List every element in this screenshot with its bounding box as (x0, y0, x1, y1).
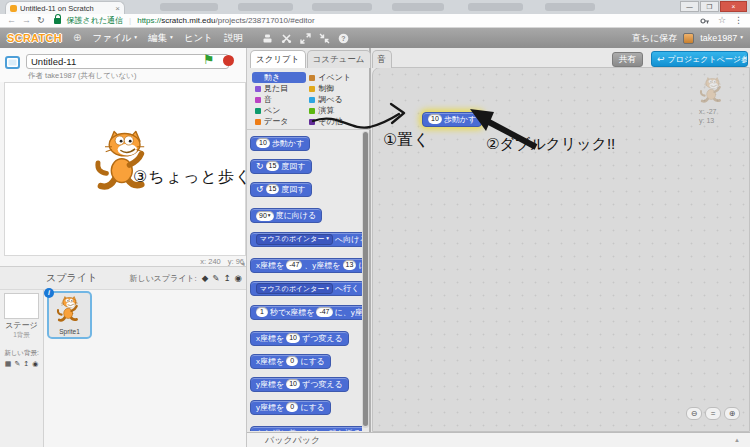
menubar-item-3[interactable]: 説明 (224, 32, 243, 45)
category-label: ペン (264, 105, 280, 116)
backpack-bar[interactable]: バックパック ▲ (247, 432, 750, 447)
stage[interactable]: ③ちょっと歩く (4, 82, 246, 256)
block-number-input[interactable]: 0 (286, 402, 298, 412)
tab-1[interactable]: コスチューム (307, 50, 371, 68)
see-project-page-button[interactable]: ↩ プロジェクトページ参照 (651, 51, 748, 67)
category-6[interactable]: 制御 (306, 83, 369, 94)
tab-2[interactable]: 音 (372, 50, 393, 68)
block-placed-move-steps[interactable]: 10歩動かす (422, 112, 482, 127)
backpack-toggle-icon[interactable]: ▲ (734, 437, 740, 443)
sprite-info-icon[interactable]: i (44, 288, 54, 298)
reload-icon[interactable]: ↻ (37, 16, 45, 25)
block-change-y-by[interactable]: y座標を10ずつ変える (250, 377, 349, 392)
block-number-input[interactable]: 1 (256, 307, 268, 317)
block-turn-left[interactable]: ↺15度回す (250, 182, 312, 197)
zoom-reset-button[interactable]: = (705, 407, 721, 420)
save-now-button[interactable]: 直ちに保存 (632, 32, 677, 45)
block-number-input[interactable]: 10 (286, 333, 300, 343)
stage-thumbnail[interactable] (4, 293, 39, 319)
category-7[interactable]: 調べる (306, 94, 369, 105)
category-1[interactable]: 見た目 (252, 83, 306, 94)
block-number-input[interactable]: 10 (256, 138, 270, 148)
tab-0[interactable]: スクリプト (250, 50, 306, 68)
block-number-input[interactable]: 15 (266, 184, 280, 194)
block-number-input[interactable]: 13 (343, 260, 357, 270)
block-number-input[interactable]: -47 (316, 307, 332, 317)
block-point-in-direction[interactable]: 90▾度に向ける (250, 208, 322, 223)
stop-button-icon[interactable] (223, 55, 234, 66)
category-4[interactable]: データ (252, 116, 306, 127)
delete-scissors-icon[interactable] (281, 33, 292, 44)
block-turn-right[interactable]: ↻15度回す (250, 159, 312, 174)
block-number-input[interactable]: 15 (266, 161, 280, 171)
sprite-thumbnail-sprite1[interactable]: i Sprite1 (47, 291, 92, 339)
category-3[interactable]: ペン (252, 105, 306, 116)
address-input[interactable]: https://scratch.mit.edu/projects/2387170… (137, 16, 314, 25)
project-title-input[interactable] (26, 54, 229, 69)
grow-icon[interactable] (300, 33, 311, 44)
palette-scrollbar-thumb[interactable] (363, 132, 368, 426)
back-icon[interactable]: ← (7, 16, 16, 25)
shrink-icon[interactable] (319, 33, 330, 44)
upload-sprite-icon[interactable]: ↥ (223, 273, 230, 283)
block-text: 歩動かす (272, 138, 304, 149)
browser-menu-icon[interactable]: ⋮ (734, 16, 743, 25)
block-dropdown[interactable]: マウスのポインター▾ (256, 283, 333, 294)
paint-new-sprite-icon[interactable]: ✎ (212, 273, 219, 283)
user-avatar[interactable] (683, 33, 694, 44)
window-maximize-button[interactable]: ❐ (700, 1, 719, 12)
block-glide-to-xy[interactable]: 1秒でx座標を-47に、y座標を13にする (250, 305, 362, 320)
category-5[interactable]: イベント (306, 72, 369, 83)
green-flag-icon[interactable]: ⚑ (203, 53, 215, 66)
scripts-area[interactable]: x: -27 y: 13 10歩動かす ①置く ②ダブルクリック!! ⊖=⊕ (372, 67, 750, 432)
scratch-logo[interactable]: SCRATCH (7, 32, 62, 44)
block-if-on-edge-bounce[interactable]: もし端に着いたら、跳ね返る (250, 426, 362, 432)
scratch-cat-sprite[interactable] (91, 130, 161, 200)
tab-close-icon[interactable]: × (115, 4, 120, 13)
block-go-to-xy[interactable]: x座標を-47、y座標を13にする (250, 258, 362, 273)
menubar-item-2[interactable]: ヒント (184, 32, 213, 45)
block-number-input[interactable]: 10 (428, 114, 442, 124)
block-move-steps[interactable]: 10歩動かす (250, 136, 310, 151)
camera-backdrop-icon[interactable]: ◉ (32, 360, 38, 368)
block-text: 歩動かす (444, 114, 476, 125)
category-8[interactable]: 演算 (306, 105, 369, 116)
upload-backdrop-icon[interactable]: ↥ (23, 360, 29, 368)
category-9[interactable]: その他 (306, 116, 369, 127)
bookmark-star-icon[interactable]: ☆ (718, 16, 726, 25)
sprites-header: スプライト 新しいスプライト: ◆✎↥◉ (0, 266, 246, 290)
block-number-input[interactable]: 10 (286, 379, 300, 389)
background-window-artifact (238, 3, 293, 11)
backdrop-library-icon[interactable]: ▦ (5, 360, 12, 368)
camera-sprite-icon[interactable]: ◉ (235, 273, 242, 283)
paint-backdrop-icon[interactable]: ✎ (14, 360, 20, 368)
window-minimize-button[interactable]: — (680, 1, 699, 12)
block-help-icon[interactable]: ? (338, 33, 349, 44)
block-set-x-to[interactable]: x座標を0にする (250, 354, 331, 369)
account-menu[interactable]: take1987 ▾ (700, 33, 743, 43)
duplicate-stamp-icon[interactable] (262, 33, 273, 44)
menubar-item-0[interactable]: ファイル▾ (92, 32, 137, 45)
block-point-towards[interactable]: マウスのポインター▾へ向ける (250, 232, 362, 247)
block-number-input[interactable]: 90▾ (256, 211, 274, 221)
block-change-x-by[interactable]: x座標を10ずつ変える (250, 331, 349, 346)
forward-icon[interactable]: → (22, 16, 31, 25)
password-key-icon[interactable] (700, 16, 710, 26)
zoom-out-button[interactable]: ⊖ (686, 407, 702, 420)
block-number-input[interactable]: 0 (286, 356, 298, 366)
block-dropdown[interactable]: マウスのポインター▾ (256, 234, 333, 245)
window-close-button[interactable]: × (720, 1, 747, 12)
browser-tab[interactable]: Untitled-11 on Scratch × (5, 1, 125, 14)
block-number-input[interactable]: -47 (286, 260, 302, 270)
palette-scrollbar[interactable] (362, 131, 369, 428)
fullscreen-icon[interactable] (5, 56, 20, 69)
language-globe-icon[interactable]: ⊕ (73, 33, 81, 43)
new-sprite-library-icon[interactable]: ◆ (202, 273, 209, 283)
block-go-to[interactable]: マウスのポインター▾へ行く (250, 281, 362, 296)
share-button[interactable]: 共有 (612, 52, 643, 67)
menubar-item-1[interactable]: 編集▾ (148, 32, 173, 45)
category-2[interactable]: 音 (252, 94, 306, 105)
category-0[interactable]: 動き (252, 72, 306, 83)
zoom-in-button[interactable]: ⊕ (724, 407, 740, 420)
block-set-y-to[interactable]: y座標を0にする (250, 400, 331, 415)
